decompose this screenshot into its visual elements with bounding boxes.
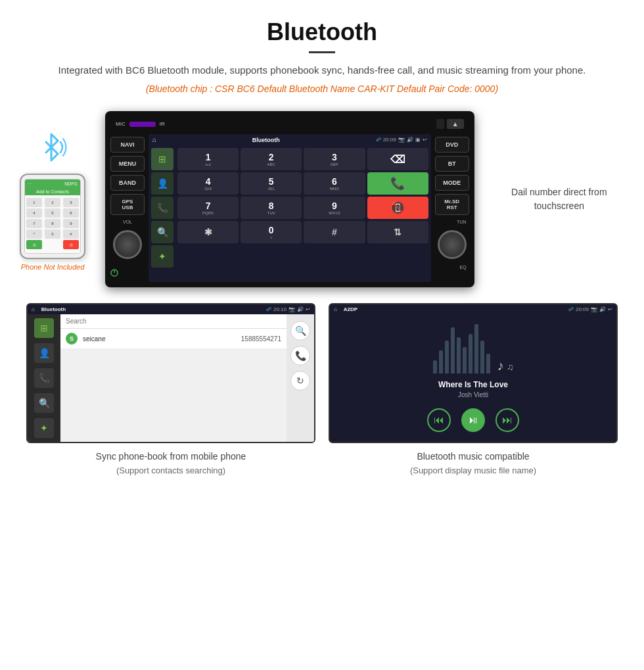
pb-main: S seicane 15885554271 (60, 314, 287, 442)
phone-key-end[interactable]: ✆ (63, 240, 79, 249)
phone-key-0[interactable]: 0 (45, 229, 60, 239)
music-time: 20:09 (576, 306, 589, 312)
music-artist: Josh Vietti (458, 391, 488, 398)
dial-key-end[interactable]: 📵 (367, 197, 428, 219)
music-back-icon[interactable]: ↩ (608, 306, 612, 312)
dvd-button[interactable]: DVD (435, 137, 469, 153)
pb-icon-search[interactable]: 🔍 (34, 393, 54, 413)
dial-caption-wrap: Dail number direct from touchscreen (488, 185, 631, 213)
back-icon[interactable]: ↩ (423, 137, 427, 143)
dial-key-1[interactable]: 1o,o (177, 148, 239, 170)
music-bar-1 (433, 360, 437, 373)
pb-cam-icon: 📷 (288, 306, 295, 312)
phone-key-3[interactable]: 3 (63, 198, 79, 207)
dial-key-2[interactable]: 2ABC (241, 148, 302, 170)
phone-key-5[interactable]: 5 (45, 208, 60, 218)
pb-search-bar (60, 314, 287, 329)
phone-key-7[interactable]: 7 (26, 219, 42, 228)
pb-icon-call[interactable]: 📞 (34, 368, 54, 388)
pb-caption-line2: (Support contacts searching) (116, 466, 225, 475)
dialpad-icon-search[interactable]: 🔍 (151, 221, 173, 243)
phone-device: ···NDFG Add to Contacts 1 2 3 4 5 6 (20, 174, 85, 259)
dialpad-icon-contact[interactable]: 👤 (151, 172, 173, 195)
pb-speaker-icon: 🔊 (297, 306, 304, 312)
music-bar-8 (474, 324, 478, 373)
dial-key-hash[interactable]: # (304, 221, 365, 243)
menu-button[interactable]: MENU (110, 156, 145, 172)
prev-button[interactable]: ⏮ (427, 408, 451, 432)
phone-key-hash[interactable]: # (63, 229, 79, 239)
phone-key-star[interactable]: * (26, 229, 42, 239)
phone-key-call[interactable]: ✆ (26, 240, 42, 249)
dial-key-backspace[interactable]: ⌫ (367, 148, 428, 170)
pb-icon-grid[interactable]: ⊞ (34, 318, 54, 338)
header-description: Integrated with BC6 Bluetooth module, su… (26, 62, 618, 78)
tune-knob[interactable] (438, 230, 467, 259)
cam-icon: 📷 (398, 137, 405, 143)
dial-key-0[interactable]: 0+ (241, 221, 302, 243)
screen-statusbar: ⌂ Bluetooth ☍ 20:09 📷 🔊 ▣ ↩ (149, 134, 431, 145)
phone-key-2[interactable]: 2 (45, 198, 60, 207)
phone-key-row-3: 7 8 9 (26, 219, 79, 228)
gps-usb-button[interactable]: GPSUSB (110, 194, 145, 215)
phone-add-contact: Add to Contacts (25, 188, 80, 195)
pb-icon-contact[interactable]: 👤 (34, 343, 54, 363)
bottom-section: ⌂ Bluetooth ☍ 20:10 📷 🔊 ↩ ⊞ 👤 📞 🔍 ✦ (0, 297, 644, 491)
volume-knob[interactable] (113, 230, 142, 259)
navi-button[interactable]: NAVI (110, 137, 145, 153)
bt-button[interactable]: BT (435, 156, 469, 172)
dial-key-8[interactable]: 8TUV (241, 197, 302, 219)
mrsd-rst-button[interactable]: Mr.SDRST (435, 194, 469, 215)
phone-key-8[interactable]: 8 (45, 219, 60, 228)
pb-search-input[interactable] (66, 318, 281, 325)
home-icon[interactable]: ⌂ (152, 136, 156, 143)
pb-right-icons: 🔍 📞 ↻ (287, 314, 314, 442)
pb-caption: Sync phone-book from mobile phone (Suppo… (26, 450, 315, 477)
phone-key-1[interactable]: 1 (26, 198, 42, 207)
music-controls: ⏮ ⏯ ⏭ (427, 408, 519, 432)
car-unit-topbar: MIC IR ▲ (110, 116, 469, 132)
dialpad-icon-bluetooth[interactable]: ✦ (151, 245, 173, 268)
mode-button[interactable]: MODE (435, 175, 469, 191)
dial-key-call[interactable]: 📞 (367, 172, 428, 195)
dial-key-4[interactable]: 4GHI (177, 172, 239, 195)
pb-contact-name: seicane (83, 335, 241, 343)
music-screenshot: ⌂ A2DP ☍ 20:09 📷 🔊 ↩ (329, 303, 618, 443)
phone-key-4[interactable]: 4 (26, 208, 42, 218)
band-button[interactable]: BAND (110, 175, 145, 191)
phone-key-9[interactable]: 9 (63, 219, 79, 228)
middle-section: ···NDFG Add to Contacts 1 2 3 4 5 6 (0, 111, 644, 287)
dial-key-7[interactable]: 7PQRS (177, 197, 239, 219)
pb-search-btn[interactable]: 🔍 (290, 321, 310, 341)
phone-key-row-5: ✆ ✆ (26, 240, 79, 249)
pb-icon-bluetooth[interactable]: ✦ (34, 418, 54, 438)
music-bar-2 (439, 350, 443, 373)
page-header: Bluetooth Integrated with BC6 Bluetooth … (0, 0, 644, 111)
dial-key-5[interactable]: 5JKL (241, 172, 302, 195)
pb-refresh-btn[interactable]: ↻ (290, 371, 310, 391)
music-bar-5 (457, 337, 461, 373)
dial-key-3[interactable]: 3DEF (304, 148, 365, 170)
dial-key-9[interactable]: 9WXYZ (304, 197, 365, 219)
next-button[interactable]: ⏭ (495, 408, 519, 432)
music-bt-icon: ☍ (568, 306, 574, 312)
music-cam-icon: 📷 (591, 306, 597, 312)
dialpad-icon-call[interactable]: 📞 (151, 197, 173, 219)
dialpad-icon-grid[interactable]: ⊞ (151, 148, 173, 170)
ir-label: IR (160, 121, 165, 127)
eject-button[interactable]: ▲ (447, 119, 464, 129)
phone-key-6[interactable]: 6 (63, 208, 79, 218)
play-pause-button[interactable]: ⏯ (461, 408, 485, 432)
pb-call-btn[interactable]: 📞 (290, 346, 310, 366)
pb-back-icon[interactable]: ↩ (306, 306, 310, 312)
music-bar-10 (486, 354, 490, 373)
pb-contact-row[interactable]: S seicane 15885554271 (60, 329, 287, 349)
dial-row-1: 1o,o 2ABC 3DEF ⌫ (177, 148, 428, 170)
music-caption: Bluetooth music compatible (Support disp… (329, 450, 618, 477)
dial-key-6[interactable]: 6MNO (304, 172, 365, 195)
car-screen: ⌂ Bluetooth ☍ 20:09 📷 🔊 ▣ ↩ ⊞ (149, 134, 431, 282)
dial-key-transfer[interactable]: ⇅ (367, 221, 428, 243)
title-divider (309, 51, 335, 53)
pb-sidebar: ⊞ 👤 📞 🔍 ✦ (28, 314, 60, 442)
dial-key-star[interactable]: ✱ (177, 221, 239, 243)
